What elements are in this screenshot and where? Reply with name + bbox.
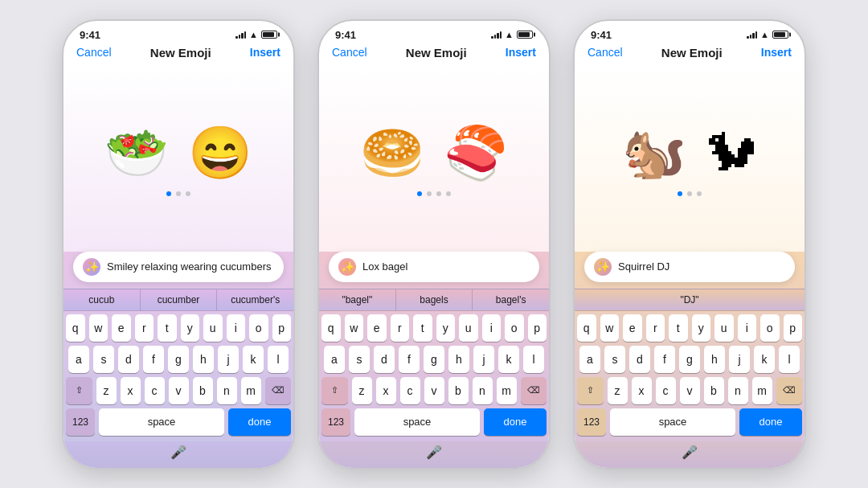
key-s[interactable]: s <box>93 346 114 373</box>
mic-icon-1[interactable]: 🎤 <box>170 445 186 460</box>
key-t-3[interactable]: t <box>669 314 688 342</box>
mic-icon-3[interactable]: 🎤 <box>682 445 698 460</box>
key-q-2[interactable]: q <box>321 314 341 342</box>
insert-button-1[interactable]: Insert <box>250 46 280 59</box>
key-o[interactable]: o <box>249 314 268 342</box>
key-j[interactable]: j <box>218 346 239 373</box>
key-z-3[interactable]: z <box>608 377 628 404</box>
key-z[interactable]: z <box>96 377 117 404</box>
key-h[interactable]: h <box>193 346 214 373</box>
insert-button-3[interactable]: Insert <box>761 46 792 59</box>
delete-key-1[interactable]: ⌫ <box>265 377 292 404</box>
key-i[interactable]: i <box>227 314 246 342</box>
key-b[interactable]: b <box>193 377 213 404</box>
key-p-2[interactable]: p <box>528 314 547 342</box>
key-r[interactable]: r <box>135 314 154 342</box>
search-pill-1[interactable]: ✨ Smiley relaxing wearing cucumbers <box>73 252 284 282</box>
key-n[interactable]: n <box>217 377 237 404</box>
emoji-cucumber-smiley[interactable]: 🥗 <box>104 127 169 178</box>
autocomplete-bagel-quoted[interactable]: "bagel" <box>319 289 396 310</box>
key-o-3[interactable]: o <box>760 314 780 342</box>
key-v-2[interactable]: v <box>424 377 444 404</box>
mic-icon-2[interactable]: 🎤 <box>426 445 442 460</box>
key-k[interactable]: k <box>243 346 264 373</box>
key-u[interactable]: u <box>203 314 223 342</box>
autocomplete-cucumber[interactable]: cucumber <box>141 289 218 310</box>
key-v[interactable]: v <box>169 377 189 404</box>
key-h-2[interactable]: h <box>448 346 469 373</box>
key-k-3[interactable]: k <box>754 346 775 373</box>
key-i-2[interactable]: i <box>482 314 502 342</box>
key-p[interactable]: p <box>272 314 292 342</box>
cancel-button-2[interactable]: Cancel <box>332 46 367 59</box>
emoji-bagel[interactable]: 🥯 <box>360 127 424 178</box>
key-y-3[interactable]: y <box>692 314 711 342</box>
key-w[interactable]: w <box>89 314 108 342</box>
key-e[interactable]: e <box>112 314 131 342</box>
key-b-3[interactable]: b <box>704 377 724 404</box>
key-l-2[interactable]: l <box>523 346 544 373</box>
key-y[interactable]: y <box>181 314 200 342</box>
key-b-2[interactable]: b <box>448 377 469 404</box>
key-p-3[interactable]: p <box>784 314 803 342</box>
shift-key-3[interactable]: ⇧ <box>577 377 604 404</box>
key-r-2[interactable]: r <box>391 314 410 342</box>
key-l-3[interactable]: l <box>779 346 800 373</box>
key-c-3[interactable]: c <box>656 377 676 404</box>
cancel-button-1[interactable]: Cancel <box>76 46 112 59</box>
key-g[interactable]: g <box>168 346 189 373</box>
key-o-2[interactable]: o <box>505 314 524 342</box>
emoji-lox[interactable]: 🍣 <box>444 127 508 178</box>
shift-key-1[interactable]: ⇧ <box>66 377 92 404</box>
key-d-3[interactable]: d <box>629 346 650 373</box>
key-w-2[interactable]: w <box>345 314 364 342</box>
space-key-1[interactable]: space <box>99 408 224 436</box>
key-t[interactable]: t <box>158 314 177 342</box>
key-j-3[interactable]: j <box>729 346 750 373</box>
key-r-3[interactable]: r <box>646 314 665 342</box>
key-i-3[interactable]: i <box>738 314 757 342</box>
key-c[interactable]: c <box>145 377 165 404</box>
done-key-3[interactable]: done <box>739 408 802 436</box>
emoji-squirrel-2[interactable]: 🐿 <box>706 127 757 178</box>
key-c-2[interactable]: c <box>400 377 420 404</box>
key-g-2[interactable]: g <box>424 346 444 373</box>
key-x-2[interactable]: x <box>376 377 396 404</box>
key-z-2[interactable]: z <box>352 377 372 404</box>
delete-key-3[interactable]: ⌫ <box>776 377 803 404</box>
autocomplete-bagels[interactable]: bagels <box>396 289 473 310</box>
cancel-button-3[interactable]: Cancel <box>588 46 623 59</box>
delete-key-2[interactable]: ⌫ <box>521 377 547 404</box>
key-x-3[interactable]: x <box>632 377 652 404</box>
key-n-2[interactable]: n <box>473 377 493 404</box>
autocomplete-bagels-apos[interactable]: bagel's <box>473 289 549 310</box>
key-n-3[interactable]: n <box>728 377 748 404</box>
key-k-2[interactable]: k <box>498 346 519 373</box>
key-f[interactable]: f <box>143 346 164 373</box>
key-a[interactable]: a <box>68 346 89 373</box>
emoji-laughing-cucumber[interactable]: 😄 <box>188 127 252 178</box>
key-s-2[interactable]: s <box>349 346 370 373</box>
key-v-3[interactable]: v <box>680 377 700 404</box>
key-a-3[interactable]: a <box>579 346 600 373</box>
key-l[interactable]: l <box>268 346 289 373</box>
key-t-2[interactable]: t <box>413 314 432 342</box>
key-e-3[interactable]: e <box>623 314 642 342</box>
space-key-3[interactable]: space <box>610 408 735 436</box>
numbers-key-2[interactable]: 123 <box>321 408 350 436</box>
key-u-2[interactable]: u <box>459 314 478 342</box>
search-pill-3[interactable]: ✨ Squirrel DJ <box>584 252 795 282</box>
key-m[interactable]: m <box>241 377 261 404</box>
key-w-3[interactable]: w <box>600 314 620 342</box>
key-u-3[interactable]: u <box>714 314 734 342</box>
key-a-2[interactable]: a <box>324 346 345 373</box>
shift-key-2[interactable]: ⇧ <box>321 377 348 404</box>
emoji-squirrel-dj[interactable]: 🐿️ <box>622 127 686 178</box>
key-s-3[interactable]: s <box>604 346 625 373</box>
autocomplete-cucub[interactable]: cucub <box>63 289 141 310</box>
numbers-key-1[interactable]: 123 <box>66 408 95 436</box>
key-f-3[interactable]: f <box>654 346 675 373</box>
key-q[interactable]: q <box>66 314 85 342</box>
autocomplete-cucumbers[interactable]: cucumber's <box>217 289 293 310</box>
space-key-2[interactable]: space <box>354 408 480 436</box>
